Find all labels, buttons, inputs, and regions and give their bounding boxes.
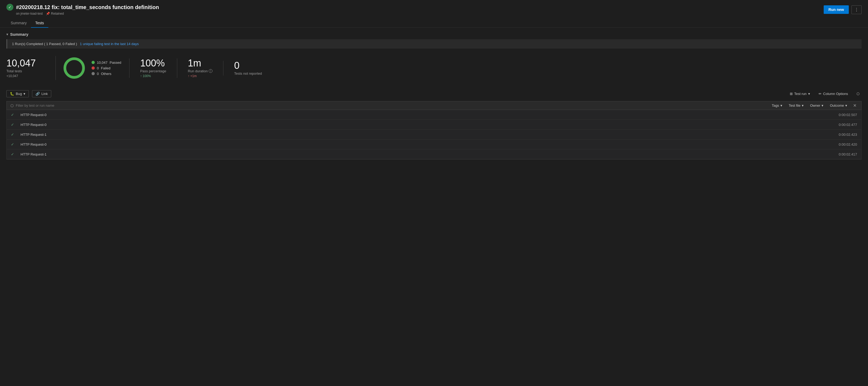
table-row[interactable]: ✓ HTTP Request-1 0:00:02.417 (7, 150, 861, 159)
run-duration-block: 1m Run duration i ↑ +1m (177, 58, 223, 78)
others-label: Others (101, 72, 111, 76)
pass-check-icon-2: ✓ (11, 132, 16, 136)
test-duration-2: 0:00:02.423 (825, 133, 857, 136)
summary-banner: 1 Run(s) Completed ( 1 Passed, 0 Failed … (6, 39, 862, 49)
owner-label: Owner (810, 103, 820, 107)
subtitle-pipeline: on jmeter-load-test (16, 12, 43, 15)
run-duration-delta: ↑ +1m (188, 74, 213, 78)
pass-check-icon-4: ✓ (11, 152, 16, 156)
run-new-button[interactable]: Run new (824, 5, 849, 14)
chevron-down-icon: ▾ (6, 33, 8, 36)
title-section: ✓ #20200218.12 fix: total_time_seconds f… (6, 4, 159, 15)
pass-percentage-value: 100% (140, 58, 166, 68)
test-duration-0: 0:00:02.507 (825, 113, 857, 117)
column-options-button[interactable]: ✏ Column Options (816, 90, 850, 97)
test-file-label: Test file (789, 103, 801, 107)
info-icon: i (209, 69, 213, 73)
pass-check-icon-0: ✓ (11, 112, 16, 117)
pass-check-icon-1: ✓ (11, 123, 16, 127)
chevron-down-icon-outcome: ▾ (845, 103, 847, 107)
total-tests-delta: +10,047 (6, 74, 41, 78)
main-content: ▾ Summary 1 Run(s) Completed ( 1 Passed,… (0, 28, 868, 164)
failed-label: Failed (101, 66, 110, 70)
tags-label: Tags (772, 103, 779, 107)
legend-passed: 10,047 Passed (92, 61, 121, 65)
link-button[interactable]: 🔗 Link (32, 90, 51, 97)
others-dot (92, 72, 95, 75)
donut-chart (62, 56, 86, 80)
vertical-divider (56, 56, 56, 80)
bug-label: Bug (16, 92, 22, 96)
pin-icon: 📌 (46, 12, 50, 15)
bug-button[interactable]: 🐛 Bug ▾ (6, 90, 29, 97)
column-options-icon: ✏ (818, 92, 822, 96)
chevron-down-icon-testfile: ▾ (802, 103, 804, 107)
filter-icon: ⬡ (857, 92, 860, 96)
outcome-label: Outcome (830, 103, 844, 107)
legend-others: 0 Others (92, 72, 121, 76)
tags-filter[interactable]: Tags ▾ (770, 103, 784, 108)
legend-failed: 0 Failed (92, 66, 121, 70)
run-duration-label: Run duration i (188, 69, 213, 73)
table-row[interactable]: ✓ HTTP Request-0 0:00:02.477 (7, 120, 861, 130)
tab-tests[interactable]: Tests (31, 19, 48, 28)
clear-filters-button[interactable]: ✕ (852, 103, 858, 108)
bug-icon: 🐛 (10, 92, 14, 96)
pass-percentage-label: Pass percentage (140, 69, 166, 73)
stats-area: 10,047 Total tests +10,047 10,047 Passed (6, 53, 862, 83)
total-tests-label: Total tests (6, 69, 41, 73)
failed-count: 0 (97, 66, 99, 70)
toolbar-left: 🐛 Bug ▾ 🔗 Link (6, 90, 51, 97)
pass-check-icon-3: ✓ (11, 142, 16, 147)
total-tests-block: 10,047 Total tests +10,047 (6, 58, 49, 78)
toolbar-row: 🐛 Bug ▾ 🔗 Link ⊞ Test run ▾ ✏ Column Opt… (6, 89, 862, 98)
test-duration-3: 0:00:02.420 (825, 142, 857, 147)
pass-percentage-block: 100% Pass percentage ↑ 100% (129, 58, 177, 78)
toolbar-right: ⊞ Test run ▾ ✏ Column Options ⬡ (788, 90, 862, 97)
filter-input[interactable] (16, 103, 770, 107)
failed-dot (92, 66, 95, 70)
summary-section-title: Summary (10, 32, 28, 37)
chevron-down-icon-owner: ▾ (822, 103, 824, 107)
passed-label: Passed (110, 61, 121, 65)
subtitle-row: on jmeter-load-test 📌 Retained (16, 12, 159, 15)
summary-section-header[interactable]: ▾ Summary (6, 32, 862, 37)
test-name-1: HTTP Request-0 (21, 123, 821, 127)
link-label: Link (41, 92, 48, 96)
failing-tests-link[interactable]: 1 unique failing test in the last 14 day… (80, 42, 138, 46)
table-row[interactable]: ✓ HTTP Request-0 0:00:02.420 (7, 139, 861, 150)
test-run-label: Test run (794, 92, 807, 96)
owner-filter[interactable]: Owner ▾ (808, 103, 825, 108)
test-run-icon: ⊞ (790, 92, 793, 96)
chevron-down-icon-bug: ▾ (24, 92, 25, 96)
page-title: #20200218.12 fix: total_time_seconds fun… (16, 4, 159, 10)
filter-button[interactable]: ⬡ (855, 90, 862, 97)
outcome-filter[interactable]: Outcome ▾ (828, 103, 849, 108)
top-actions: Run new ⋮ (824, 5, 862, 14)
title-row: ✓ #20200218.12 fix: total_time_seconds f… (6, 4, 159, 11)
filter-icon-inline: ⬡ (10, 103, 13, 108)
tabs-bar: Summary Tests (0, 19, 868, 28)
run-duration-value: 1m (188, 58, 213, 68)
test-name-2: HTTP Request-1 (21, 133, 821, 136)
svg-point-1 (65, 59, 84, 77)
tests-not-reported-block: 0 Tests not reported (223, 61, 273, 75)
chevron-down-icon-testrun: ▾ (808, 92, 810, 96)
test-run-button[interactable]: ⊞ Test run ▾ (788, 90, 812, 97)
tab-summary[interactable]: Summary (6, 19, 31, 28)
test-duration-4: 0:00:02.417 (825, 152, 857, 156)
test-file-filter[interactable]: Test file ▾ (787, 103, 805, 108)
legend-list: 10,047 Passed 0 Failed 0 Others (92, 61, 121, 76)
test-name-3: HTTP Request-0 (21, 142, 821, 147)
filter-chips: Tags ▾ Test file ▾ Owner ▾ Outcome ▾ ✕ (770, 103, 858, 108)
more-options-button[interactable]: ⋮ (851, 5, 862, 14)
donut-chart-area: 10,047 Passed 0 Failed 0 Others (62, 56, 129, 80)
filter-bar: ⬡ Tags ▾ Test file ▾ Owner ▾ Outcome ▾ ✕ (6, 101, 862, 110)
test-duration-1: 0:00:02.477 (825, 123, 857, 127)
table-row[interactable]: ✓ HTTP Request-0 0:00:02.507 (7, 110, 861, 120)
retained-label: Retained (51, 12, 64, 15)
table-row[interactable]: ✓ HTTP Request-1 0:00:02.423 (7, 130, 861, 139)
retained-badge: 📌 Retained (46, 12, 64, 15)
test-results-table: ✓ HTTP Request-0 0:00:02.507 ✓ HTTP Requ… (6, 110, 862, 160)
top-bar: ✓ #20200218.12 fix: total_time_seconds f… (0, 0, 868, 17)
